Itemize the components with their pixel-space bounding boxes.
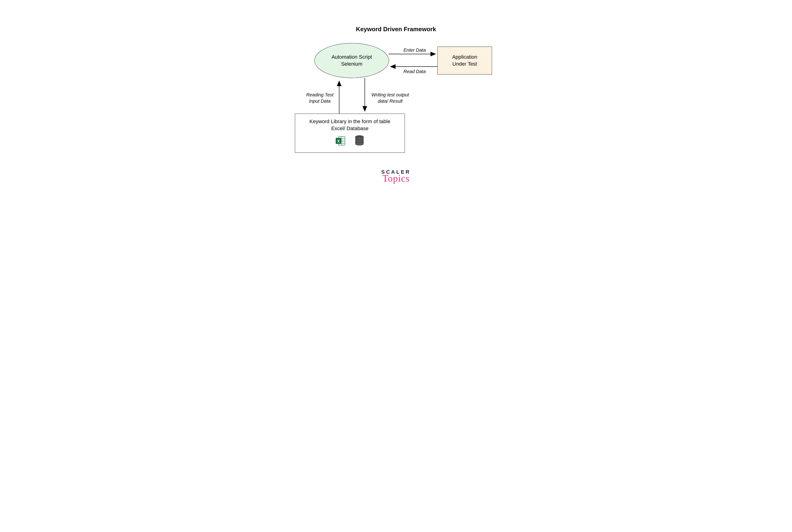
svg-text:X: X (337, 139, 340, 143)
node-aut-line1: Application (452, 54, 477, 60)
diagram-title: Keyword Driven Framework (238, 25, 554, 33)
edge-label-enter-data: Enter Data (401, 47, 429, 53)
node-automation-script: Automation Script Selenium (314, 43, 389, 78)
node-automation-script-line2: Selenium (331, 60, 372, 68)
diagram-canvas: Keyword Driven Framework Automation Scri… (238, 0, 554, 213)
edge-label-reading-input: Reading Test Input Data (302, 92, 337, 104)
node-aut-line2: Under Test (453, 60, 477, 68)
excel-icon: X (335, 135, 346, 146)
node-keyword-library-line1: Keyword Library in the form of table (309, 118, 390, 125)
node-keyword-library: Keyword Library in the form of table Exc… (295, 114, 405, 153)
svg-point-10 (355, 142, 364, 146)
database-icon (354, 135, 365, 147)
node-automation-script-text: Automation Script Selenium (331, 54, 372, 67)
keyword-library-icons: X (335, 135, 365, 147)
scaler-topics-logo: SCALER Topics (381, 169, 411, 184)
logo-line2: Topics (381, 173, 411, 184)
edge-label-writing-output: Writing test output data/ Result (368, 92, 412, 104)
node-keyword-library-line2: Excel/ Database (331, 125, 369, 132)
node-application-under-test: Application Under Test (438, 46, 492, 75)
edge-label-read-data: Read Data (401, 69, 429, 75)
node-automation-script-line1: Automation Script (331, 54, 372, 60)
